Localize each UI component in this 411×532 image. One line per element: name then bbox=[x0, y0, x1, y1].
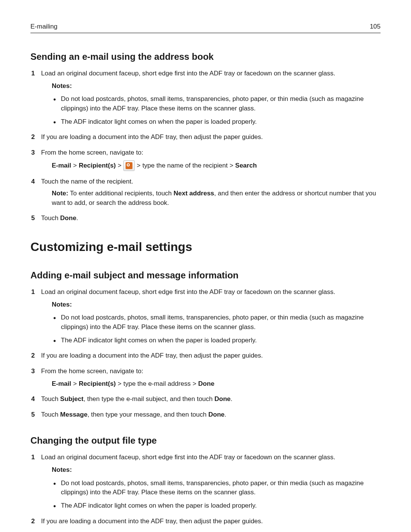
nav-recipients: Recipient(s) bbox=[79, 161, 116, 171]
note-prefix: Note: bbox=[52, 190, 68, 197]
section2-step1: Load an original document faceup, short … bbox=[30, 288, 381, 345]
b: Done bbox=[208, 411, 225, 418]
note-item: Do not load postcards, photos, small ite… bbox=[52, 94, 381, 113]
t: . bbox=[225, 411, 226, 418]
nav-path: E‑mail > Recipient(s) > type the e‑mail … bbox=[41, 379, 381, 389]
nav-email: E‑mail bbox=[52, 379, 71, 389]
notes-label: Notes: bbox=[52, 81, 381, 91]
header-page-number: 105 bbox=[370, 23, 381, 30]
section1-steps: Load an original document faceup, short … bbox=[30, 69, 381, 223]
notes-label: Notes: bbox=[52, 465, 381, 475]
t: Touch bbox=[41, 411, 60, 418]
section1-step3: From the home screen, navigate to: E‑mai… bbox=[30, 148, 381, 171]
notes-block: Notes: Do not load postcards, photos, sm… bbox=[41, 81, 381, 127]
step4-note: Note: To enter additional recipients, to… bbox=[41, 189, 381, 208]
section2-step5: Touch Message, then type your message, a… bbox=[30, 410, 381, 420]
step-bold: Done bbox=[60, 214, 76, 222]
section1-step2: If you are loading a document into the A… bbox=[30, 133, 381, 142]
search-icon bbox=[123, 160, 135, 171]
t: Touch bbox=[41, 395, 60, 403]
nav-done: Done bbox=[198, 379, 215, 389]
chapter-title: Customizing e‑mail settings bbox=[30, 240, 381, 254]
section2-steps: Load an original document faceup, short … bbox=[30, 288, 381, 419]
section2-step2: If you are loading a document into the A… bbox=[30, 351, 381, 361]
nav-email: E‑mail bbox=[52, 161, 71, 171]
step-text: From the home screen, navigate to: bbox=[41, 149, 143, 156]
section3-step2: If you are loading a document into the A… bbox=[30, 517, 381, 526]
step-text-a: Touch bbox=[41, 214, 60, 222]
b: Subject bbox=[60, 395, 83, 403]
section3-steps: Load an original document faceup, short … bbox=[30, 453, 381, 526]
nav-sep: > bbox=[73, 379, 77, 389]
step-text-b: . bbox=[76, 214, 78, 222]
step-text: From the home screen, navigate to: bbox=[41, 367, 143, 375]
t: . bbox=[231, 395, 233, 403]
section3-title: Changing the output file type bbox=[30, 435, 381, 446]
note-bold: Next address bbox=[174, 190, 214, 197]
section3-step1: Load an original document faceup, short … bbox=[30, 453, 381, 510]
section1-step5: Touch Done. bbox=[30, 214, 381, 223]
note-item: The ADF indicator light comes on when th… bbox=[52, 117, 381, 127]
page-header: E-mailing 105 bbox=[30, 23, 381, 33]
nav-sep: > bbox=[73, 161, 77, 171]
step-text: Load an original document faceup, short … bbox=[41, 454, 335, 461]
nav-search: Search bbox=[235, 161, 257, 171]
notes-block: Notes: Do not load postcards, photos, sm… bbox=[41, 465, 381, 511]
section1-step4: Touch the name of the recipient. Note: T… bbox=[30, 177, 381, 208]
search-icon-glyph bbox=[126, 162, 132, 169]
step-text: Load an original document faceup, short … bbox=[41, 70, 335, 77]
b: Message bbox=[60, 411, 88, 418]
t: , then type the e‑mail subject, and then… bbox=[84, 395, 215, 403]
section1-step1: Load an original document faceup, short … bbox=[30, 69, 381, 126]
nav-path: E‑mail > Recipient(s) > > type the name … bbox=[41, 160, 381, 171]
note-item: Do not load postcards, photos, small ite… bbox=[52, 313, 381, 332]
nav-sep: > bbox=[137, 161, 140, 171]
header-section-title: E-mailing bbox=[30, 23, 57, 30]
notes-label: Notes: bbox=[52, 300, 381, 310]
nav-mid-text: type the name of the recipient bbox=[142, 161, 228, 171]
section1-title: Sending an e‑mail using the address book bbox=[30, 51, 381, 62]
nav-sep: > bbox=[229, 161, 233, 171]
nav-sep: > bbox=[118, 379, 121, 389]
nav-mid-text: type the e‑mail address bbox=[123, 379, 191, 389]
nav-sep: > bbox=[118, 161, 121, 171]
t: , then type your message, and then touch bbox=[88, 411, 209, 418]
note-item: The ADF indicator light comes on when th… bbox=[52, 336, 381, 345]
section2-step3: From the home screen, navigate to: E‑mai… bbox=[30, 367, 381, 388]
b: Done bbox=[215, 395, 231, 403]
note-item: Do not load postcards, photos, small ite… bbox=[52, 479, 381, 497]
nav-recipients: Recipient(s) bbox=[79, 379, 116, 389]
note-text-a: To enter additional recipients, touch bbox=[68, 190, 174, 197]
step-text: Load an original document faceup, short … bbox=[41, 288, 335, 296]
step-text: Touch the name of the recipient. bbox=[41, 178, 133, 185]
notes-list: Do not load postcards, photos, small ite… bbox=[52, 94, 381, 126]
section2-step4: Touch Subject, then type the e‑mail subj… bbox=[30, 395, 381, 404]
note-item: The ADF indicator light comes on when th… bbox=[52, 501, 381, 511]
document-page: E-mailing 105 Sending an e‑mail using th… bbox=[0, 0, 411, 532]
notes-list: Do not load postcards, photos, small ite… bbox=[52, 479, 381, 511]
section2-title: Adding e‑mail subject and message inform… bbox=[30, 270, 381, 281]
notes-block: Notes: Do not load postcards, photos, sm… bbox=[41, 300, 381, 345]
notes-list: Do not load postcards, photos, small ite… bbox=[52, 313, 381, 345]
nav-sep: > bbox=[193, 379, 196, 389]
